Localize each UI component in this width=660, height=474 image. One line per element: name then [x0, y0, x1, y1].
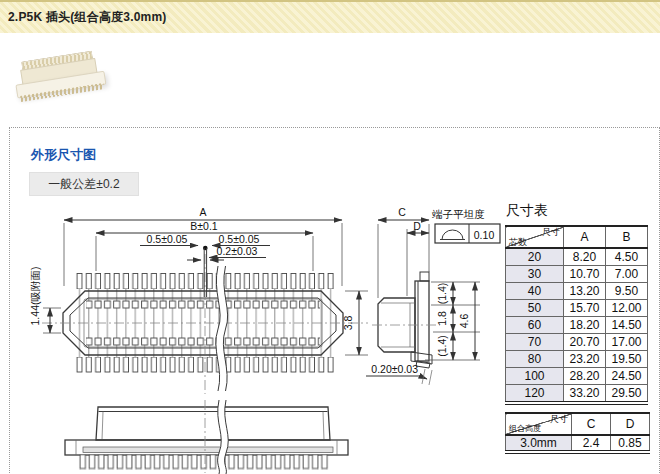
cell-a: 18.20 — [564, 317, 606, 334]
tolerance-label: 一般公差±0.2 — [48, 176, 119, 193]
cell-b: 4.50 — [606, 248, 648, 266]
cell-cores: 80 — [506, 351, 564, 368]
cell-a: 10.70 — [564, 266, 606, 283]
size-row: 208.204.50 — [506, 248, 648, 266]
dimension-tables: 尺寸表 尺寸 芯数 A B 208.204.50 3010.707.00 401… — [505, 202, 655, 454]
cell-d: 0.85 — [611, 435, 650, 452]
combo-height-table: 尺寸 组合高度 C D 3.0mm 2.4 0.85 — [505, 412, 650, 454]
corner-label-cores: 芯数 — [509, 237, 527, 247]
tolerance-badge: 一般公差±0.2 — [29, 172, 139, 196]
col-header-c: C — [572, 413, 611, 435]
cell-cores: 120 — [506, 385, 564, 404]
cell-cores: 60 — [506, 317, 564, 334]
panel-heading: 外形尺寸图 — [31, 146, 96, 164]
cell-a: 33.20 — [564, 385, 606, 404]
combo-table-corner-cell: 尺寸 组合高度 — [506, 413, 572, 435]
cell-cores: 20 — [506, 248, 564, 266]
corner-label-size: 尺寸 — [542, 227, 560, 237]
dim-020-label: 0.20±0.03 — [371, 363, 418, 375]
product-photo — [8, 48, 108, 114]
dim-05-right-label: 0.5±0.05 — [219, 233, 260, 245]
cell-cores: 100 — [506, 368, 564, 385]
cell-a: 23.20 — [564, 351, 606, 368]
size-table-corner-cell: 尺寸 芯数 — [506, 226, 564, 248]
dim-c-label: C — [398, 206, 406, 218]
cell-b: 14.50 — [606, 317, 648, 334]
connector-illustration — [8, 45, 107, 113]
front-pins — [78, 455, 330, 470]
dim-14-bottom-label: (1.4) — [436, 335, 448, 357]
cell-b: 7.00 — [606, 266, 648, 283]
cell-cores: 40 — [506, 283, 564, 300]
side-view: C D 端子平坦度 0.10 (1.4) 1.8 (1.4) 4.6 0.20±… — [366, 206, 500, 385]
flatness-label: 端子平坦度 — [431, 208, 485, 220]
cell-b: 19.50 — [606, 351, 648, 368]
dim-d-label: D — [413, 220, 421, 232]
cell-b: 9.50 — [606, 283, 648, 300]
size-row: 8023.2019.50 — [506, 351, 648, 368]
cell-b: 24.50 — [606, 368, 648, 385]
dim-14-top-label: (1.4) — [436, 283, 448, 305]
section-header-title: 2.P5K 插头(组合高度3.0mm) — [0, 9, 167, 26]
cell-a: 8.20 — [564, 248, 606, 266]
size-row: 7020.7017.00 — [506, 334, 648, 351]
size-table-title: 尺寸表 — [506, 202, 655, 220]
cell-cores: 70 — [506, 334, 564, 351]
cell-b: 12.00 — [606, 300, 648, 317]
dim-46-label: 4.6 — [458, 314, 470, 329]
dim-144-label: 1.44(吸附面) — [29, 267, 41, 326]
cell-a: 28.20 — [564, 368, 606, 385]
cell-a: 20.70 — [564, 334, 606, 351]
dim-a-label: A — [199, 206, 206, 218]
size-row: 3010.707.00 — [506, 266, 648, 283]
cell-b: 29.50 — [606, 385, 648, 404]
size-table: 尺寸 芯数 A B 208.204.50 3010.707.00 4013.20… — [505, 225, 648, 405]
size-row: 4013.209.50 — [506, 283, 648, 300]
front-view — [65, 400, 348, 474]
combo-row: 3.0mm 2.4 0.85 — [506, 435, 650, 452]
cell-b: 17.00 — [606, 334, 648, 351]
drawing-svg: A B±0.1 0.5±0.05 0.5±0.05 0.2±0.03 1.44(… — [28, 198, 506, 474]
section-header-bar: 2.P5K 插头(组合高度3.0mm) — [0, 0, 660, 33]
col-header-a: A — [564, 226, 606, 248]
dim-b-label: B±0.1 — [190, 220, 218, 232]
cell-c: 2.4 — [572, 435, 611, 452]
dim-02-label: 0.2±0.03 — [217, 245, 258, 257]
cell-cores: 50 — [506, 300, 564, 317]
corner-label-size: 尺寸 — [550, 414, 568, 424]
col-header-b: B — [606, 226, 648, 248]
dim-38-label: 3.8 — [342, 316, 354, 331]
size-row: 5015.7012.00 — [506, 300, 648, 317]
size-row: 10028.2024.50 — [506, 368, 648, 385]
corner-label-combo-height: 组合高度 — [509, 424, 541, 434]
cell-cores: 30 — [506, 266, 564, 283]
col-header-d: D — [611, 413, 650, 435]
flatness-value: 0.10 — [474, 229, 495, 241]
dimension-drawing: A B±0.1 0.5±0.05 0.5±0.05 0.2±0.03 1.44(… — [28, 198, 506, 474]
size-table-header: 尺寸 芯数 A B — [506, 226, 648, 248]
size-row: 6018.2014.50 — [506, 317, 648, 334]
combo-table-header: 尺寸 组合高度 C D — [506, 413, 650, 435]
page: { "header": { "title": "2.P5K 插头(组合高度3.0… — [0, 0, 660, 474]
cell-a: 15.70 — [564, 300, 606, 317]
dim-05-left-label: 0.5±0.05 — [147, 233, 188, 245]
cell-a: 13.20 — [564, 283, 606, 300]
cell-height: 3.0mm — [506, 435, 572, 452]
size-row: 12033.2029.50 — [506, 385, 648, 404]
plan-view: A B±0.1 0.5±0.05 0.5±0.05 0.2±0.03 1.44(… — [29, 206, 368, 394]
dim-18-label: 1.8 — [436, 311, 448, 326]
